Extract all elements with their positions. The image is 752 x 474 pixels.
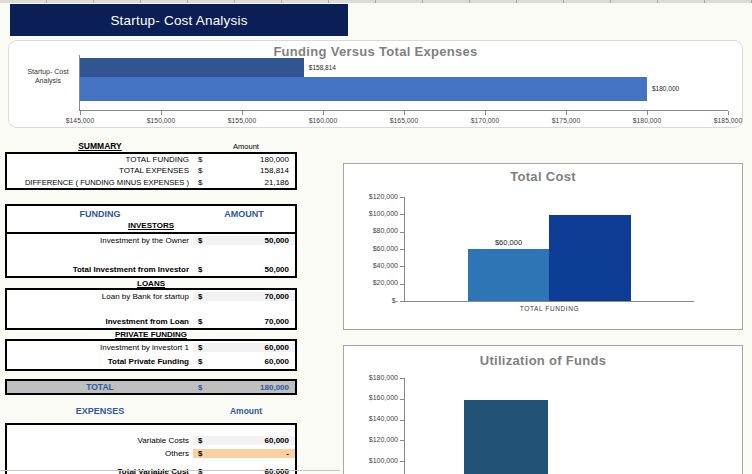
input-cell[interactable]: 60,000 — [215, 436, 295, 445]
row-label: TOTAL EXPENSES — [7, 166, 193, 175]
y-axis-tick — [400, 249, 404, 250]
y-axis-tick-label: $100,000 — [350, 210, 398, 217]
y-axis-tick — [400, 461, 404, 462]
table-row: Loan by Bank for startup $ 70,000 — [7, 290, 295, 303]
y-axis-line — [404, 197, 405, 301]
summary-title: SUMMARY — [5, 141, 195, 151]
row-currency: $ — [193, 436, 215, 445]
loans-table: Loan by Bank for startup $ 70,000 Invest… — [5, 288, 297, 330]
bar-data-label: $60,000 — [468, 238, 549, 247]
y-axis-tick-label: $180,000 — [350, 374, 398, 381]
y-axis-tick — [400, 266, 404, 267]
y-axis-tick — [400, 399, 404, 400]
y-axis-tick-label: $60,000 — [350, 245, 398, 252]
row-currency: $ — [193, 449, 215, 458]
row-label: Loan by Bank for startup — [7, 292, 193, 301]
total-cost-plot-area: $120,000$100,000$80,000$60,000$40,000$20… — [404, 197, 694, 301]
funding-title: FUNDING — [7, 209, 193, 219]
x-axis-tick — [242, 111, 243, 115]
row-currency: $ — [193, 265, 215, 274]
table-row: Investment by the Owner $ 50,000 — [7, 234, 295, 247]
y-axis-tick — [400, 420, 404, 421]
row-value: 50,000 — [215, 265, 295, 274]
row-currency: $ — [193, 357, 215, 366]
y-axis-tick — [400, 440, 404, 441]
table-row-total: Total Investment from Investor $ 50,000 — [7, 263, 295, 276]
row-label: Investment by investort 1 — [7, 343, 193, 352]
table-row: TOTAL FUNDING $ 180,000 — [7, 154, 295, 165]
row-label: Investment from Loan — [7, 317, 193, 326]
total-cost-chart: Total Cost $120,000$100,000$80,000$60,00… — [343, 163, 743, 330]
x-axis-tick-label: $185,000 — [698, 117, 752, 124]
y-axis-tick-label: $100,000 — [350, 457, 398, 464]
x-axis-tick-label: $175,000 — [536, 117, 596, 124]
x-axis-tick — [566, 111, 567, 115]
x-axis-tick-label: $170,000 — [455, 117, 515, 124]
row-label: DIFFERENCE ( FUNDING MINUS EXPENSES ) — [7, 178, 193, 187]
x-axis-tick — [80, 111, 81, 115]
utilization-plot-area: $180,000$160,000$140,000$120,000$100,000 — [404, 378, 694, 474]
y-axis-tick-label: $40,000 — [350, 262, 398, 269]
summary-amount-header: Amount — [195, 142, 297, 151]
y-axis-line — [404, 378, 405, 474]
x-axis-tick-label: $145,000 — [50, 117, 110, 124]
row-currency: $ — [193, 155, 215, 164]
row-label: Variable Costs — [7, 436, 193, 445]
row-value: 158,814 — [215, 166, 295, 175]
private-funding-subheader: PRIVATE FUNDING — [5, 330, 297, 339]
y-axis-tick — [400, 378, 404, 379]
total-label: TOTAL — [7, 382, 193, 392]
y-axis-tick — [400, 197, 404, 198]
summary-table: TOTAL FUNDING $ 180,000 TOTAL EXPENSES $… — [5, 152, 297, 190]
y-axis-tick-label: $120,000 — [350, 436, 398, 443]
table-row: Others $ - — [7, 447, 295, 460]
expenses-table: Variable Costs $ 60,000 Others $ - Total… — [5, 423, 297, 474]
x-axis-tick-label: $180,000 — [617, 117, 677, 124]
row-label: Total Investment from Investor — [7, 265, 193, 274]
input-cell[interactable]: 70,000 — [215, 292, 295, 301]
funding-chart-plot-area: $158,814$180,000$145,000$150,000$155,000… — [79, 55, 728, 111]
x-axis-tick — [728, 111, 729, 115]
y-axis-tick — [400, 214, 404, 215]
row-label: Total Private Funding — [7, 357, 193, 366]
x-axis-tick — [485, 111, 486, 115]
x-axis-tick-label: $160,000 — [293, 117, 353, 124]
table-row-blank — [7, 247, 295, 263]
row-value: 180,000 — [215, 383, 295, 392]
table-row: Investment by investort 1 $ 60,000 — [7, 341, 295, 354]
row-label: TOTAL FUNDING — [7, 155, 193, 164]
total-cost-title: Total Cost — [344, 169, 742, 184]
x-axis-tick-label: $155,000 — [212, 117, 272, 124]
row-currency: $ — [193, 292, 215, 301]
row-value: 180,000 — [215, 155, 295, 164]
expenses-title: EXPENSES — [5, 406, 195, 416]
x-axis-tick — [647, 111, 648, 115]
row-currency: $ — [193, 236, 215, 245]
y-axis-tick — [400, 284, 404, 285]
table-row-blank — [7, 303, 295, 315]
x-axis-tick — [323, 111, 324, 115]
expenses-amount-header: Amount — [195, 406, 297, 416]
funding-total-row: TOTAL $ 180,000 — [5, 379, 297, 395]
utilization-chart: Utilization of Funds $180,000$160,000$14… — [343, 345, 743, 474]
funding-vs-expenses-chart: Funding Versus Total Expenses Startup- C… — [8, 40, 743, 128]
funding-header-box: FUNDING AMOUNT INVESTORS — [5, 204, 297, 234]
row-currency: $ — [193, 178, 215, 187]
y-axis-tick-label: $20,000 — [350, 279, 398, 286]
y-axis-tick — [400, 301, 404, 302]
x-axis-tick-label: $150,000 — [131, 117, 191, 124]
bar-data-label: $180,000 — [652, 85, 679, 92]
bar-total-funding — [80, 77, 647, 101]
input-cell[interactable]: 60,000 — [215, 343, 295, 352]
table-row: DIFFERENCE ( FUNDING MINUS EXPENSES ) $ … — [7, 176, 295, 188]
x-axis-tick-label: $165,000 — [374, 117, 434, 124]
utilization-title: Utilization of Funds — [344, 353, 742, 368]
bar-utilization — [464, 400, 548, 474]
row-currency: $ — [193, 166, 215, 175]
input-cell[interactable]: 50,000 — [215, 236, 295, 245]
input-cell[interactable]: - — [215, 449, 295, 458]
funding-amount-header: AMOUNT — [193, 209, 295, 219]
x-axis-tick — [404, 111, 405, 115]
bar-other-cost — [549, 215, 631, 301]
y-axis-tick-label: $140,000 — [350, 415, 398, 422]
